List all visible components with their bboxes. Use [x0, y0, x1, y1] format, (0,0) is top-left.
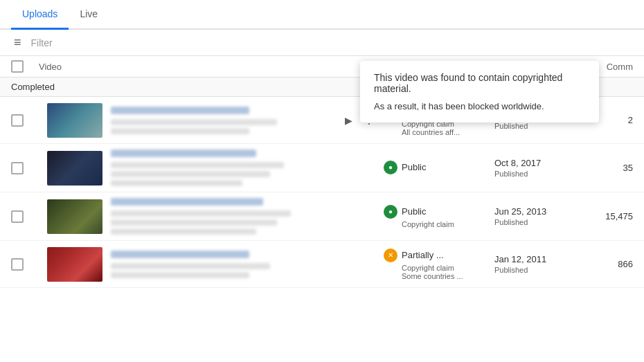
table-row: ✕ Partially ... Copyright claim Some cou…: [0, 241, 644, 288]
row2-date-value: Oct 8, 2017: [494, 158, 578, 168]
row2-comments: 35: [578, 163, 633, 173]
row2-checkbox[interactable]: [11, 162, 24, 174]
header-check[interactable]: [11, 60, 39, 73]
row3-comments: 15,475: [578, 211, 633, 221]
row3-public-icon: ●: [384, 205, 397, 219]
row3-sub1: Copyright claim: [384, 220, 494, 228]
tab-live[interactable]: Live: [69, 0, 109, 28]
row4-date: Jan 12, 2011 Published: [494, 254, 578, 274]
row1-sub2: All countries aff...: [384, 128, 494, 136]
tabs-bar: Uploads Live: [0, 0, 644, 30]
row1-status: Published: [494, 122, 578, 130]
row1-thumbnail: [47, 103, 102, 138]
row3-thumbnail: [47, 199, 102, 234]
header-video: Video: [39, 62, 384, 72]
row2-info: [111, 150, 384, 186]
row2-visibility-label[interactable]: Public: [402, 162, 426, 172]
row1-checkbox[interactable]: [11, 114, 24, 127]
row2-date: Oct 8, 2017 Published: [494, 158, 578, 178]
row4-comments: 866: [578, 259, 633, 269]
copyright-tooltip: This video was found to contain copyrigh…: [360, 61, 599, 123]
row3-status: Published: [494, 218, 578, 226]
row4-info: [111, 251, 384, 278]
row4-partially-icon: ✕: [384, 248, 397, 262]
row3-date-value: Jun 25, 2013: [494, 206, 578, 217]
row1-play-icon[interactable]: ▶: [339, 111, 357, 129]
row2-visibility: ● Public: [384, 161, 494, 176]
row1-info: [111, 107, 339, 134]
row3-date: Jun 25, 2013 Published: [494, 206, 578, 226]
filter-label[interactable]: Filter: [31, 37, 53, 48]
row2-status: Published: [494, 170, 578, 178]
row4-thumbnail: [47, 247, 102, 282]
row4-visibility-label[interactable]: Partially ...: [402, 250, 444, 260]
tooltip-body: As a result, it has been blocked worldwi…: [374, 101, 585, 111]
row3-checkbox[interactable]: [11, 210, 24, 223]
row4-status: Published: [494, 266, 578, 274]
filter-icon: ≡: [14, 35, 21, 50]
tab-uploads[interactable]: Uploads: [11, 0, 69, 30]
row4-visibility: ✕ Partially ... Copyright claim Some cou…: [384, 248, 494, 280]
row3-visibility-label[interactable]: Public: [402, 206, 426, 217]
row2-thumbnail: [47, 151, 102, 185]
tooltip-title: This video was found to contain copyrigh…: [374, 72, 585, 94]
filter-bar: ≡ Filter: [0, 30, 644, 56]
table-row: ● Public Oct 8, 2017 Published 35: [0, 144, 644, 192]
row4-date-value: Jan 12, 2011: [494, 254, 578, 264]
row3-visibility: ● Public Copyright claim: [384, 205, 494, 228]
row3-info: [111, 198, 384, 235]
row4-checkbox[interactable]: [11, 258, 24, 271]
table-row: ● Public Copyright claim Jun 25, 2013 Pu…: [0, 192, 644, 241]
row4-sub1: Copyright claim: [384, 264, 494, 272]
row4-sub2: Some countries ...: [384, 272, 494, 280]
row2-public-icon: ●: [384, 161, 397, 174]
